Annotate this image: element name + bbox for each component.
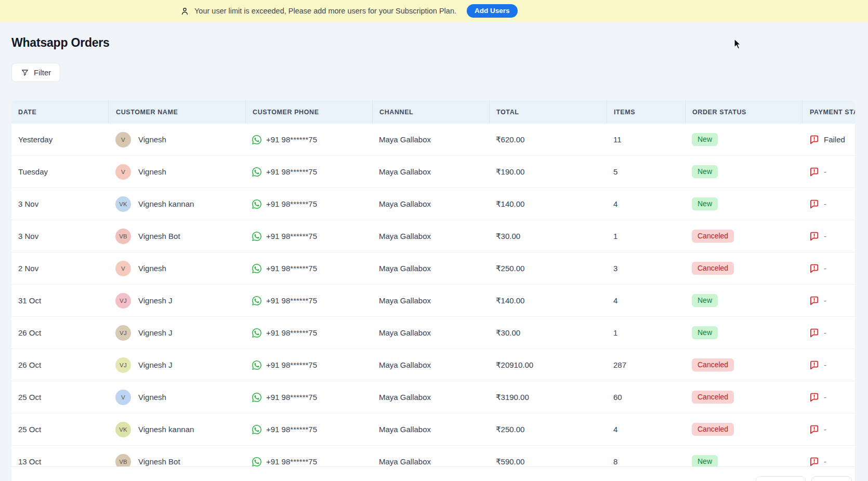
order-table-row[interactable]: 26 Oct VJ Vignesh J +91 98******75 Maya … — [11, 317, 855, 349]
cell-payment-status: - — [802, 446, 855, 466]
customer-avatar: V — [115, 132, 131, 148]
cell-total: ₹590.00 — [489, 446, 607, 466]
cell-customer-phone: +91 98******75 — [245, 381, 372, 413]
cell-payment-status: - — [802, 317, 855, 349]
cell-date: 3 Nov — [11, 220, 108, 252]
payment-failed-icon — [809, 296, 819, 305]
customer-avatar: V — [115, 390, 131, 405]
cell-total: ₹190.00 — [489, 156, 607, 188]
cell-date: 2 Nov — [11, 252, 108, 284]
order-table-row[interactable]: 13 Oct VB Vignesh Bot +91 98******75 May… — [11, 446, 855, 466]
cell-customer-name: VK Vignesh kannan — [108, 188, 245, 220]
whatsapp-icon — [252, 135, 261, 144]
cell-date: 25 Oct — [11, 413, 108, 445]
filter-button-label: Filter — [34, 68, 51, 77]
cell-customer-phone: +91 98******75 — [245, 188, 372, 220]
order-table-row[interactable]: Tuesday V Vignesh +91 98******75 Maya Ga… — [11, 156, 855, 188]
order-status-badge: Canceled — [692, 230, 734, 243]
cell-date: Tuesday — [11, 156, 108, 188]
cell-customer-name: VJ Vignesh J — [108, 349, 245, 381]
customer-avatar: V — [115, 261, 131, 276]
whatsapp-icon — [252, 457, 261, 466]
cell-customer-phone: +91 98******75 — [245, 156, 372, 188]
customer-avatar: V — [115, 164, 131, 180]
order-table-row[interactable]: 26 Oct VJ Vignesh J +91 98******75 Maya … — [11, 349, 855, 381]
cell-items: 11 — [607, 124, 685, 155]
cell-total: ₹140.00 — [489, 188, 607, 220]
filter-button[interactable]: Filter — [11, 63, 60, 82]
customer-name: Vignesh J — [138, 296, 173, 305]
customer-name: Vignesh — [138, 135, 166, 144]
cell-channel: Maya Gallabox — [372, 285, 489, 316]
column-header: CUSTOMER NAME — [108, 100, 245, 124]
whatsapp-orders-page: Whatsapp Orders Filter DATE CUSTOMER NAM… — [0, 36, 868, 481]
column-header: ORDER STATUS — [685, 100, 802, 124]
customer-avatar: VB — [115, 229, 131, 244]
customer-phone: +91 98******75 — [266, 167, 317, 176]
customer-phone: +91 98******75 — [266, 360, 317, 369]
cell-order-status: New — [685, 446, 802, 466]
payment-failed-icon — [809, 328, 819, 338]
customer-name: Vignesh J — [138, 328, 173, 337]
payment-failed-icon — [809, 393, 819, 402]
cell-payment-status: - — [802, 349, 855, 381]
payment-status-value: - — [824, 296, 826, 305]
pagination-next-button[interactable] — [811, 476, 852, 481]
cell-payment-status: - — [802, 156, 855, 188]
cell-channel: Maya Gallabox — [372, 349, 489, 381]
user-icon — [180, 7, 189, 16]
cell-channel: Maya Gallabox — [372, 220, 489, 252]
order-status-badge: Canceled — [692, 391, 734, 404]
cell-date: 26 Oct — [11, 317, 108, 349]
cell-payment-status: - — [802, 252, 855, 284]
add-users-button[interactable]: Add Users — [467, 4, 518, 18]
order-table-row[interactable]: 3 Nov VK Vignesh kannan +91 98******75 M… — [11, 188, 855, 220]
customer-avatar: VK — [115, 196, 131, 212]
customer-name: Vignesh Bot — [138, 457, 180, 466]
order-table-row[interactable]: 31 Oct VJ Vignesh J +91 98******75 Maya … — [11, 285, 855, 317]
payment-status-value: - — [824, 393, 826, 402]
order-status-badge: New — [692, 133, 718, 146]
pagination-previous-button[interactable] — [756, 476, 806, 481]
cell-payment-status: - — [802, 413, 855, 445]
orders-table-header: DATE CUSTOMER NAME CUSTOMER PHONE CHANNE… — [11, 100, 855, 124]
banner-message: Your user limit is exceeded, Please add … — [194, 7, 456, 15]
column-header: CUSTOMER PHONE — [245, 100, 372, 124]
customer-name: Vignesh Bot — [138, 232, 180, 240]
cell-total: ₹30.00 — [489, 220, 607, 252]
cell-items: 3 — [607, 252, 685, 284]
customer-phone: +91 98******75 — [266, 264, 317, 273]
cell-date: Yesterday — [11, 124, 108, 155]
customer-avatar: VJ — [115, 325, 131, 341]
order-table-row[interactable]: 25 Oct V Vignesh +91 98******75 Maya Gal… — [11, 381, 855, 413]
cell-order-status: Canceled — [685, 381, 802, 413]
payment-failed-icon — [809, 457, 819, 466]
cell-customer-name: V Vignesh — [108, 381, 245, 413]
cell-customer-phone: +91 98******75 — [245, 349, 372, 381]
cell-items: 8 — [607, 446, 685, 466]
payment-failed-icon — [809, 199, 819, 209]
cell-order-status: Canceled — [685, 349, 802, 381]
customer-phone: +91 98******75 — [266, 199, 317, 208]
cell-customer-phone: +91 98******75 — [245, 252, 372, 284]
cell-items: 4 — [607, 413, 685, 445]
cell-items: 5 — [607, 156, 685, 188]
cell-order-status: New — [685, 156, 802, 188]
order-table-row[interactable]: 25 Oct VK Vignesh kannan +91 98******75 … — [11, 413, 855, 446]
payment-status-value: - — [824, 167, 826, 176]
payment-status-value: - — [824, 425, 826, 434]
column-header: CHANNEL — [372, 100, 489, 124]
order-table-row[interactable]: 2 Nov V Vignesh +91 98******75 Maya Gall… — [11, 252, 855, 285]
cell-order-status: New — [685, 317, 802, 349]
cell-customer-name: VK Vignesh kannan — [108, 413, 245, 445]
cell-customer-name: VB Vignesh Bot — [108, 220, 245, 252]
cell-order-status: New — [685, 124, 802, 155]
customer-phone: +91 98******75 — [266, 135, 317, 144]
order-table-row[interactable]: 3 Nov VB Vignesh Bot +91 98******75 Maya… — [11, 220, 855, 252]
cell-customer-name: VJ Vignesh J — [108, 285, 245, 316]
order-table-row[interactable]: Yesterday V Vignesh +91 98******75 Maya … — [11, 124, 855, 156]
payment-status-value: - — [824, 232, 826, 240]
customer-avatar: VJ — [115, 293, 131, 309]
whatsapp-icon — [252, 360, 261, 370]
cell-customer-phone: +91 98******75 — [245, 220, 372, 252]
